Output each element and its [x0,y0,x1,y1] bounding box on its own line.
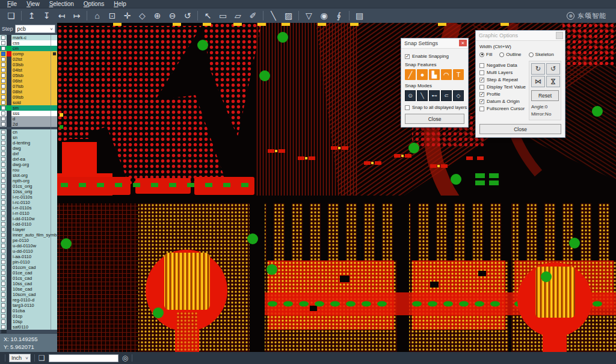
layer-visibility-checkbox[interactable] [1,90,5,94]
layer-row-2d[interactable]: 2d [0,122,57,127]
graphic-close-button[interactable]: Close [479,124,561,134]
layer-row-02lst[interactable]: 02lst [0,57,57,62]
enable-snapping-option[interactable]: Enable Snapping [405,54,464,59]
layer-row-08lst[interactable]: 08lst [0,89,57,94]
layer-row-dwg-org[interactable]: dwg-org [0,162,57,167]
layer-visibility-checkbox[interactable] [1,244,5,248]
option-checkbox[interactable] [479,99,484,104]
layer-visibility-checkbox[interactable] [1,162,5,167]
layer-visibility-checkbox[interactable] [1,249,5,253]
layer-visibility-checkbox[interactable] [1,79,5,83]
layer-visibility-checkbox[interactable] [1,190,5,194]
option-checkbox[interactable] [479,85,484,90]
layer-row-dwg[interactable]: dwg [0,146,57,151]
layer-visibility-checkbox[interactable] [1,73,5,78]
close-icon[interactable] [556,32,563,39]
layer-row-i-rc-0110[interactable]: i-rc-0110 [0,200,57,205]
close-icon[interactable]: ✕ [459,40,467,46]
page-draw-icon[interactable]: ❑ [38,354,45,362]
radio-skeleton[interactable]: Skeleton [529,52,554,57]
layer-visibility-checkbox[interactable] [1,200,5,205]
layer-row-09lsb[interactable]: 09lsb [0,94,57,100]
layer-row-i-aa-0110[interactable]: i-aa-0110 [0,254,57,259]
snap-close-button[interactable]: Close [405,114,464,124]
layer-row-sold[interactable]: sold [0,100,57,105]
menu-item-selection[interactable]: Selection [45,0,79,8]
zoom-polygon-icon[interactable]: ◇ [135,10,150,22]
layer-visibility-checkbox[interactable] [1,135,5,140]
ruler-icon[interactable]: ▨ [281,10,296,22]
brush-select-icon[interactable]: ✐ [245,10,260,22]
layer-row-rou[interactable]: rou [0,167,57,173]
layer-visibility-checkbox[interactable] [1,282,5,286]
layer-row-01cp[interactable]: 01cp [0,313,57,319]
highlight-eye-icon[interactable]: ◉ [316,10,331,22]
enable-snapping-checkbox[interactable] [405,54,410,59]
snap-icon[interactable]: ∮ [331,10,346,22]
menu-item-view[interactable]: View [22,0,45,8]
layer-row-04lst[interactable]: 04lst [0,67,57,73]
layer-row-pin-0110[interactable]: pin-0110 [0,259,57,265]
open-file-icon[interactable]: ❏ [4,10,19,22]
layer-visibility-checkbox[interactable] [1,314,5,318]
layer-row-10ss-cad[interactable]: 10ss_cad [0,281,57,286]
select-arrow-icon[interactable]: ↖ [200,10,215,22]
option-negative-data[interactable]: Negative Data [479,63,529,68]
layer-row-comp[interactable]: comp [0,51,57,57]
layer-row-cm[interactable]: cm [0,46,57,51]
home-view-icon[interactable]: ⌂ [90,10,105,22]
layer-visibility-checkbox[interactable] [1,276,5,280]
snap-slot-icon[interactable]: ⊂ [441,90,452,101]
layer-row-dxf-ea[interactable]: dxf-ea [0,156,57,162]
layer-visibility-checkbox[interactable] [1,41,5,45]
layer-row-01cs-cad[interactable]: 01cs_cad [0,276,57,281]
layer-row-01cba[interactable]: 01cba [0,308,57,313]
option-checkbox[interactable] [479,92,484,97]
layer-visibility-checkbox[interactable] [1,173,5,177]
menu-item-file[interactable]: File [2,0,22,8]
layer-row-10scm-cad[interactable]: 10scm_cad [0,292,57,297]
option-checkbox[interactable] [479,106,484,111]
layer-row-10se-cad[interactable]: 10se_cad [0,286,57,292]
layer-row-reg-0110-d[interactable]: reg-0110-d [0,297,57,303]
layer-visibility-checkbox[interactable] [1,46,5,51]
layer-row-slot-org[interactable]: slot-org [0,173,57,178]
layer-row-10sp[interactable]: 10sp [0,319,57,324]
layer-visibility-checkbox[interactable] [1,100,5,105]
zoom-out-icon[interactable]: ⊖ [165,10,180,22]
layer-row-css[interactable]: css [0,40,57,46]
layer-visibility-checkbox[interactable] [1,184,5,188]
radio-fill[interactable]: Fill [479,52,492,57]
layer-row-npth-org[interactable]: npth-org [0,178,57,184]
zoom-previous-icon[interactable]: ↺ [180,10,195,22]
snap-center-icon[interactable]: ⊙ [405,90,416,101]
layer-row-01ccm-cad[interactable]: 01ccm_cad [0,265,57,270]
next-step-icon[interactable]: ↦ [69,10,84,22]
previous-step-icon[interactable]: ↤ [54,10,69,22]
option-step-repeat[interactable]: Step & Repeat [479,77,529,82]
layer-row-sn[interactable]: sn [0,135,57,140]
layer-visibility-checkbox[interactable] [1,206,5,210]
layer-visibility-checkbox[interactable] [1,52,5,56]
layer-row-01cs-orig[interactable]: 01cs_orig [0,184,57,189]
layer-visibility-checkbox[interactable] [1,309,5,313]
step-dropdown[interactable]: pcb ˅ [15,25,55,33]
radio-dot[interactable] [529,52,534,57]
layer-row-dxf[interactable]: dxf [0,151,57,156]
layer-row-pe-0110[interactable]: pe-0110 [0,238,57,243]
layer-visibility-checkbox[interactable] [1,68,5,72]
layer-visibility-checkbox[interactable] [1,117,5,121]
layer-row-sm[interactable]: sm [0,105,57,111]
layer-visibility-checkbox[interactable] [1,303,5,307]
option-multi-layers[interactable]: Multi Layers [479,70,529,75]
layer-visibility-checkbox[interactable] [1,298,5,302]
layer-visibility-checkbox[interactable] [1,106,5,110]
unit-dropdown[interactable]: Inch ˅ [9,354,31,362]
layer-visibility-checkbox[interactable] [1,152,5,156]
polygon-select-icon[interactable]: ▱ [230,10,245,22]
menu-item-options[interactable]: Options [79,0,109,8]
layer-row-01ce-cad[interactable]: 01ce_cad [0,270,57,276]
layer-visibility-checkbox[interactable] [1,63,5,67]
option-display-text-value[interactable]: Display Text Value [479,84,529,90]
properties-panel-icon[interactable]: ▤ [352,10,367,22]
